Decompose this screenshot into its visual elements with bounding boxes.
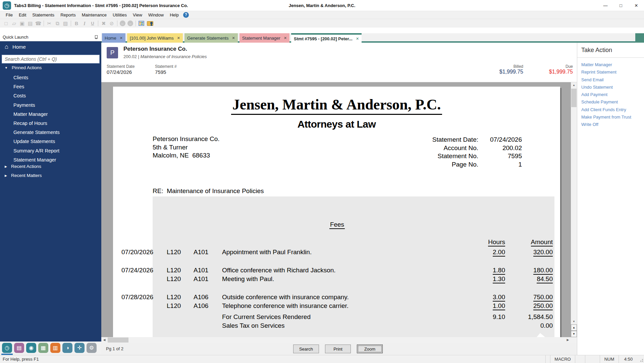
fee-date: 07/28/2026 [121,293,167,302]
system-configuration-app-icon[interactable]: ⚙ [87,343,97,353]
contacts-folder-icon[interactable] [147,21,153,26]
action-link-make-payment-from-trust[interactable]: Make Payment from Trust [581,114,631,121]
tab-close-icon[interactable]: ✕ [120,36,123,40]
sidebar-item-generate-statements[interactable]: Generate Statements [13,128,60,137]
scroll-left-arrow[interactable]: ◀ [101,337,107,343]
print-button[interactable]: Print [325,345,351,353]
close-button[interactable]: ✕ [629,0,644,11]
doc-addressee: Peterson Insurance Co.5th & TurnerMalcol… [153,135,220,160]
sidebar-item-matter-manager[interactable]: Matter Manager [13,110,60,119]
action-link-send-email[interactable]: Send Email [581,76,631,84]
total-amount: 1,584.50 [505,313,553,321]
fee-task-code: L120 [167,293,194,302]
total-description: Sales Tax on Services [222,321,468,330]
italic-icon[interactable]: I [80,20,89,27]
fee-description: Meeting with Paul. [222,275,468,283]
tab--101-00-john-williams[interactable]: [101.00] John Williams✕ [127,33,183,43]
sidebar-item-home[interactable]: ⌂ Home [5,43,26,50]
print-icon[interactable]: ▤ [26,20,34,27]
platinum-app-icon[interactable]: ✛ [74,343,85,353]
tab-statement-manager[interactable]: Statement Manager✕ [239,33,289,43]
sidebar-item-payments[interactable]: Payments [13,101,60,110]
menu-maintenance[interactable]: Maintenance [79,11,110,19]
scroll-track[interactable] [571,88,577,319]
trust-accounting-app-icon[interactable]: ▥ [50,343,60,353]
menu-utilities[interactable]: Utilities [110,11,130,19]
sidebar-item-costs[interactable]: Costs [13,91,60,100]
paste-icon[interactable]: ▨ [61,20,69,27]
action-link-add-payment[interactable]: Add Payment [581,91,631,98]
pin-icon[interactable] [94,35,98,39]
save-icon[interactable]: ▣ [18,20,26,27]
preview-horizontal-scrollbar[interactable]: ◀ ▶ [101,337,571,343]
cut-icon[interactable]: ✂ [45,20,53,27]
sidebar-item-recap-of-hours[interactable]: Recap of Hours [13,119,60,128]
scroll-thumb[interactable] [108,337,128,343]
sidebar-item-update-statements[interactable]: Update Statements [13,137,60,146]
fee-date: 07/20/2026 [121,248,167,257]
tab-close-icon[interactable]: ✕ [356,37,359,41]
undo-icon[interactable]: ⊘ [108,20,116,27]
resize-grip[interactable] [640,358,643,362]
practicemaster-app-icon[interactable]: ▤ [14,343,24,353]
general-ledger-app-icon[interactable]: ◉ [26,343,36,353]
menu-statements[interactable]: Statements [29,11,57,19]
open-icon[interactable]: ▱ [10,20,18,27]
new-document-icon[interactable]: □ [2,20,10,27]
zoom-button[interactable]: Zoom [357,345,383,353]
scroll-thumb[interactable] [571,89,577,107]
fee-hours-value: 2.00 [493,248,505,257]
action-link-write-off[interactable]: Write Off [581,121,631,128]
next-page-button[interactable]: ▼ [571,331,577,337]
sidebar-item-summary-a-r-report[interactable]: Summary A/R Report [13,146,60,155]
menu-edit[interactable]: Edit [16,11,29,19]
action-link-matter-manager[interactable]: Matter Manager [581,61,631,69]
underline-icon[interactable]: U [89,20,97,27]
scroll-down-arrow[interactable]: ▼ [571,319,577,324]
action-link-schedule-payment[interactable]: Schedule Payment [581,98,631,106]
tab-generate-statements[interactable]: Generate Statements✕ [184,33,238,43]
pinned-actions-header[interactable]: ▼ Pinned Actions [5,65,42,70]
tab-label: Stmt #7595 - [200.02] Peter... [294,36,353,41]
previous-page-button[interactable]: ▲ [571,324,577,331]
search-button[interactable]: Search [293,345,319,353]
delete-icon[interactable]: ✖ [100,20,108,27]
search-actions-input[interactable] [2,55,100,63]
fee-group-gap [121,283,553,293]
recent-actions-header[interactable]: ▶ Recent Actions [5,164,41,169]
action-link-undo-statement[interactable]: Undo Statement [581,84,631,91]
quick-launch-grid-icon[interactable] [139,21,144,26]
action-link-add-client-funds-entry[interactable]: Add Client Funds Entry [581,106,631,114]
tab-home[interactable]: Home✕ [102,33,125,43]
tab-stmt-7595-200-02-peter-[interactable]: Stmt #7595 - [200.02] Peter...✕ [291,33,362,43]
forward-icon[interactable]: → [127,20,133,26]
accounts-payable-app-icon[interactable]: ▦ [38,343,48,353]
menu-file[interactable]: File [3,11,16,19]
sidebar-item-clients[interactable]: Clients [13,73,60,82]
fee-task-code: L120 [167,302,194,310]
bold-icon[interactable]: B [72,20,80,27]
recent-matters-header[interactable]: ▶ Recent Matters [5,173,42,178]
sidebar-item-fees[interactable]: Fees [13,82,60,91]
menu-help[interactable]: Help [167,11,182,19]
scroll-right-arrow[interactable]: ▶ [565,337,571,343]
scroll-up-arrow[interactable]: ▲ [571,82,577,88]
menu-window[interactable]: Window [145,11,167,19]
maximize-button[interactable]: □ [613,0,629,11]
back-icon[interactable]: ← [120,20,125,26]
minimize-button[interactable]: — [598,0,613,11]
tab-close-icon[interactable]: ✕ [284,36,287,40]
report-writer-app-icon[interactable]: ◑ [62,343,72,353]
menu-view[interactable]: View [130,11,145,19]
preview-vertical-scrollbar[interactable]: ▲ ▼ ▲ ▼ [571,82,577,337]
action-link-reprint-statement[interactable]: Reprint Statement [581,69,631,76]
help-icon[interactable]: ? [183,12,189,18]
toolbar-separator [98,20,98,26]
tab-close-icon[interactable]: ✕ [177,36,180,40]
tabs3-billing-app-icon[interactable]: ◷ [2,343,12,353]
menu-reports[interactable]: Reports [57,11,79,19]
tab-close-icon[interactable]: ✕ [232,36,235,40]
sidebar-item-statement-manager[interactable]: Statement Manager [13,155,60,165]
phone-dial-icon[interactable]: ☎ [34,20,42,27]
copy-icon[interactable]: ⧉ [53,20,61,27]
